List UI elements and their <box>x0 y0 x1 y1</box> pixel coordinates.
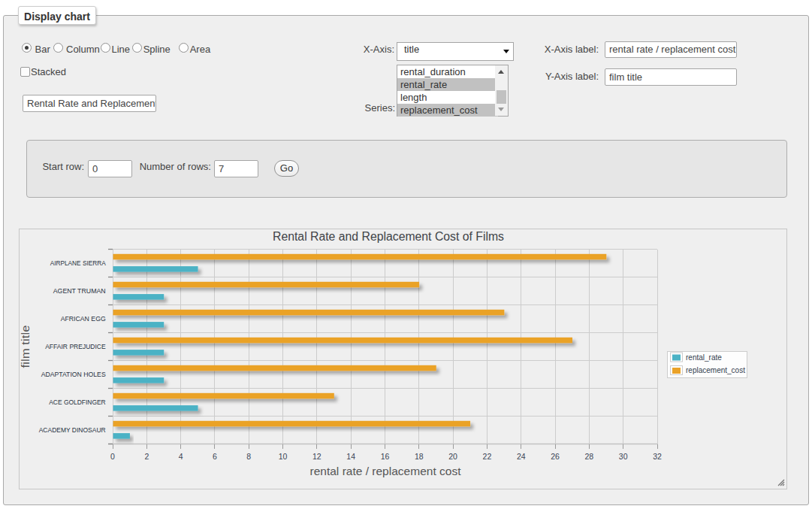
svg-text:32: 32 <box>653 452 662 461</box>
svg-text:AGENT TRUMAN: AGENT TRUMAN <box>53 287 106 295</box>
svg-text:0: 0 <box>110 452 115 461</box>
svg-text:14: 14 <box>346 452 355 461</box>
svg-text:16: 16 <box>381 452 390 461</box>
svg-text:AFRICAN EGG: AFRICAN EGG <box>61 315 106 323</box>
svg-text:film title: film title <box>20 326 32 368</box>
svg-text:8: 8 <box>246 452 251 461</box>
svg-text:30: 30 <box>619 452 628 461</box>
svg-text:12: 12 <box>312 452 321 461</box>
svg-text:28: 28 <box>585 452 594 461</box>
svg-text:6: 6 <box>213 452 217 461</box>
svg-text:rental rate / replacement cost: rental rate / replacement cost <box>310 465 462 477</box>
svg-text:24: 24 <box>517 452 526 461</box>
svg-text:20: 20 <box>448 452 457 461</box>
svg-text:Rental Rate and Replacement Co: Rental Rate and Replacement Cost of Film… <box>273 230 504 243</box>
svg-text:replacement_cost: replacement_cost <box>686 366 745 374</box>
svg-text:10: 10 <box>279 452 288 461</box>
svg-text:AFFAIR PREJUDICE: AFFAIR PREJUDICE <box>45 343 106 350</box>
svg-text:AIRPLANE SIERRA: AIRPLANE SIERRA <box>50 259 107 267</box>
svg-text:22: 22 <box>483 452 492 461</box>
svg-text:4: 4 <box>179 452 183 461</box>
svg-text:26: 26 <box>551 452 560 461</box>
svg-text:ADAPTATION HOLES: ADAPTATION HOLES <box>41 371 106 378</box>
svg-text:rental_rate: rental_rate <box>686 353 722 362</box>
svg-text:18: 18 <box>415 452 424 461</box>
svg-text:ACADEMY DINOSAUR: ACADEMY DINOSAUR <box>39 426 106 434</box>
svg-text:ACE GOLDFINGER: ACE GOLDFINGER <box>49 398 106 406</box>
svg-text:2: 2 <box>144 452 149 461</box>
